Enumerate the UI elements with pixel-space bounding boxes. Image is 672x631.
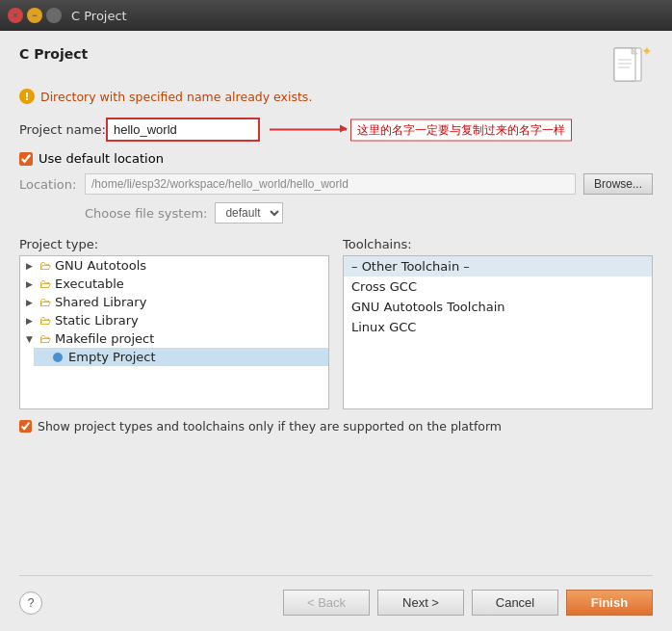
location-input[interactable]: [85, 173, 576, 195]
list-item[interactable]: ▼ 🗁 Makefile project: [20, 329, 328, 348]
expand-icon: ▼: [26, 334, 36, 344]
list-item[interactable]: ▶ 🗁 GNU Autotools: [20, 256, 328, 275]
project-type-list: ▶ 🗁 GNU Autotools ▶ 🗁 Executable ▶ 🗁 Sha…: [19, 255, 329, 409]
close-button[interactable]: ×: [8, 8, 23, 23]
annotation-arrow: [270, 129, 347, 131]
document-icon: ✦: [610, 46, 653, 83]
minimize-button[interactable]: −: [27, 8, 42, 23]
list-item[interactable]: ▶ 🗁 Static Library: [20, 311, 328, 329]
browse-button[interactable]: Browse...: [583, 173, 653, 195]
annotation-text: 这里的名字一定要与复制过来的名字一样: [350, 118, 572, 141]
window-title: C Project: [71, 9, 127, 23]
nav-buttons: < Back Next > Cancel Finish: [283, 590, 653, 616]
folder-icon: 🗁: [39, 277, 51, 291]
project-type-label: Shared Library: [55, 295, 146, 309]
folder-icon: 🗁: [39, 259, 51, 273]
back-button[interactable]: < Back: [283, 590, 370, 616]
project-name-input[interactable]: [106, 118, 260, 142]
platform-checkbox-row: Show project types and toolchains only i…: [19, 419, 653, 434]
toolchains-container: Toolchains: – Other Toolchain – Cross GC…: [343, 237, 653, 409]
expand-icon: ▶: [26, 298, 36, 307]
project-name-row: Project name: 这里的名字一定要与复制过来的名字一样: [19, 118, 653, 142]
location-label: Location:: [19, 177, 77, 192]
filesystem-select[interactable]: default: [215, 202, 283, 223]
location-row: Location: Browse...: [19, 173, 653, 195]
expand-icon: ▶: [26, 316, 36, 326]
toolchain-label: – Other Toolchain –: [351, 259, 470, 274]
list-item[interactable]: – Other Toolchain –: [344, 256, 652, 276]
dialog-title: C Project: [19, 46, 88, 62]
finish-button[interactable]: Finish: [566, 590, 653, 616]
list-item[interactable]: GNU Autotools Toolchain: [344, 297, 652, 317]
project-type-label: Makefile project: [55, 331, 154, 346]
expand-icon: ▶: [26, 279, 36, 289]
dot-icon: [53, 353, 63, 362]
toolchains-header: Toolchains:: [343, 237, 653, 251]
toolchain-label: GNU Autotools Toolchain: [351, 300, 505, 314]
list-item[interactable]: ▶ 🗁 Executable: [20, 275, 328, 293]
project-name-container: 这里的名字一定要与复制过来的名字一样: [106, 118, 653, 142]
svg-text:✦: ✦: [641, 46, 653, 59]
lists-section: Project type: ▶ 🗁 GNU Autotools ▶ 🗁 Exec…: [19, 237, 653, 409]
use-default-location-label[interactable]: Use default location: [39, 151, 164, 166]
list-item[interactable]: Linux GCC: [344, 317, 652, 337]
project-type-label: Empty Project: [68, 350, 156, 364]
use-default-location-row: Use default location: [19, 151, 653, 166]
next-button[interactable]: Next >: [377, 590, 464, 616]
platform-checkbox-label[interactable]: Show project types and toolchains only i…: [38, 419, 502, 434]
toolchain-label: Linux GCC: [351, 320, 416, 334]
list-item[interactable]: ▶ 🗁 Shared Library: [20, 293, 328, 311]
dialog-body: C Project ✦ ! Directory with specified n…: [0, 31, 672, 631]
filesystem-label: Choose file system:: [85, 206, 207, 221]
use-default-location-checkbox[interactable]: [19, 152, 33, 166]
warning-text: Directory with specified name already ex…: [40, 90, 312, 104]
window-controls[interactable]: × −: [8, 8, 62, 23]
warning-icon: !: [19, 89, 35, 104]
project-type-header: Project type:: [19, 237, 329, 251]
platform-checkbox[interactable]: [19, 420, 32, 433]
project-type-label: Static Library: [55, 313, 139, 328]
list-item[interactable]: Empty Project: [34, 348, 328, 366]
project-type-label: GNU Autotools: [55, 258, 146, 273]
folder-icon: 🗁: [39, 332, 51, 346]
filesystem-row: Choose file system: default: [85, 202, 653, 223]
list-item[interactable]: Cross GCC: [344, 276, 652, 297]
titlebar: × − C Project: [0, 0, 672, 31]
toolchain-label: Cross GCC: [351, 279, 417, 294]
project-name-label: Project name:: [19, 122, 106, 137]
help-button[interactable]: ?: [19, 592, 42, 615]
annotation-line: 这里的名字一定要与复制过来的名字一样: [270, 118, 572, 141]
button-row: ? < Back Next > Cancel Finish: [19, 575, 653, 616]
dialog-header: C Project ✦: [19, 46, 653, 83]
toolchains-list: – Other Toolchain – Cross GCC GNU Autoto…: [343, 255, 653, 409]
folder-icon: 🗁: [39, 314, 51, 328]
maximize-button[interactable]: [46, 8, 62, 23]
project-type-label: Executable: [55, 276, 124, 291]
cancel-button[interactable]: Cancel: [472, 590, 558, 616]
project-type-container: Project type: ▶ 🗁 GNU Autotools ▶ 🗁 Exec…: [19, 237, 329, 409]
warning-row: ! Directory with specified name already …: [19, 89, 653, 104]
expand-icon: ▶: [26, 261, 36, 271]
folder-icon: 🗁: [39, 296, 51, 309]
